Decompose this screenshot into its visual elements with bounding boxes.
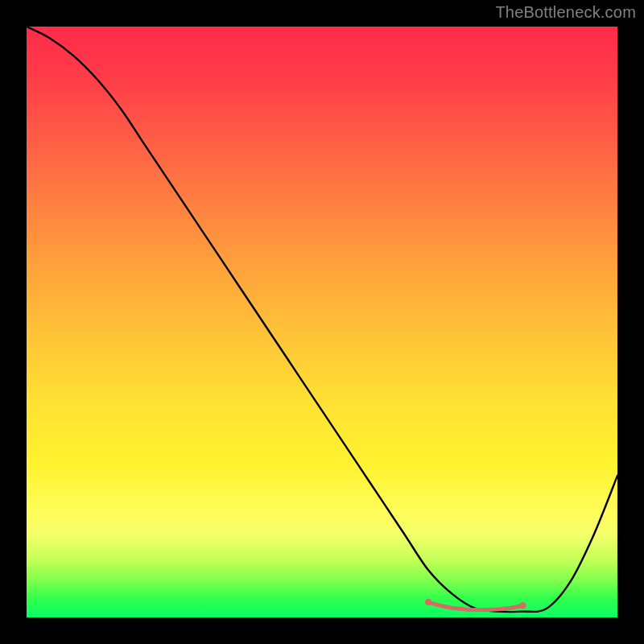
optimal-range-line <box>428 602 522 610</box>
optimal-range-endpoint <box>425 599 431 605</box>
optimal-range-endpoint <box>519 602 526 609</box>
optimal-range-markers <box>425 599 526 610</box>
chart-container: TheBottleneck.com <box>0 0 644 644</box>
watermark-text: TheBottleneck.com <box>495 3 636 22</box>
plot-area <box>27 27 617 617</box>
curve-svg <box>27 27 617 617</box>
bottleneck-curve <box>27 27 617 612</box>
